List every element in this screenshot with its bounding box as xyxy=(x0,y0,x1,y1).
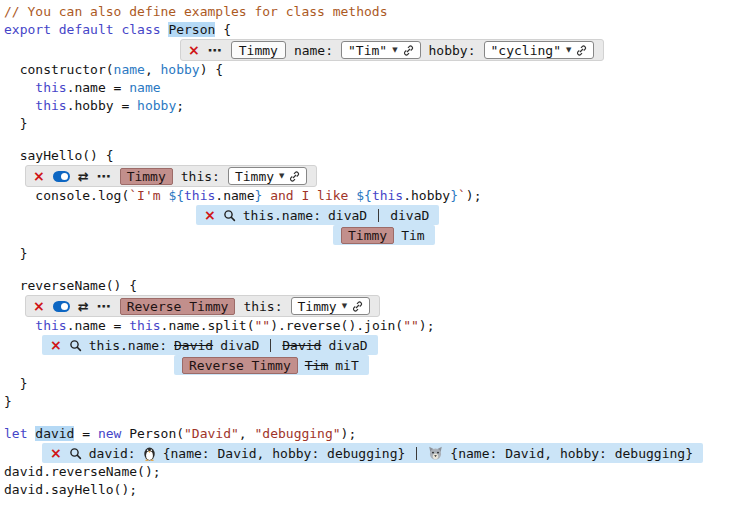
var-highlight: david xyxy=(35,426,74,441)
magnifier-icon[interactable] xyxy=(69,339,82,352)
text-token: console.log( xyxy=(4,188,129,203)
keyword-token: this xyxy=(35,318,66,333)
template-delim: ${ xyxy=(356,188,372,203)
code-line-assign-name: this.name = name xyxy=(4,79,749,97)
code-line-sayhello: sayHello() { xyxy=(4,147,749,165)
reversename-widget-row: × ⇄ ⋯ Reverse Timmy this: Timmy ▼ xyxy=(25,295,749,317)
wolf-icon xyxy=(428,446,443,460)
close-icon[interactable]: × xyxy=(50,446,62,460)
string-token: "" xyxy=(254,318,270,333)
keyword-token: let xyxy=(4,426,35,441)
probe-value: divaD xyxy=(390,208,429,223)
blank-line xyxy=(4,263,749,277)
chevron-down-icon: ▼ xyxy=(392,46,397,54)
value-separator xyxy=(270,339,271,352)
this-value-dropdown[interactable]: Timmy ▼ xyxy=(228,167,308,185)
code-line-call-reverse: david.reverseName(); xyxy=(4,463,749,481)
text-token: ); xyxy=(341,426,357,441)
toggle-on-icon[interactable] xyxy=(53,301,70,312)
this-value: Timmy xyxy=(298,299,337,314)
keyword-token: export default class xyxy=(4,22,168,37)
param-token: name xyxy=(129,80,160,95)
string-token: "debugging" xyxy=(255,426,341,441)
sayhello-probe-result-row: Timmy Tim xyxy=(333,225,749,245)
reversename-probe: × this.name: David divaD David divaD xyxy=(42,335,378,355)
string-token: ` xyxy=(458,188,466,203)
text-token: .name xyxy=(215,188,254,203)
text-token: } xyxy=(4,394,12,409)
more-icon[interactable]: ⋯ xyxy=(97,299,112,313)
this-label: this: xyxy=(243,299,282,314)
code-line-close: } xyxy=(4,375,749,393)
keyword-token: this xyxy=(35,98,66,113)
blank-line xyxy=(4,411,749,425)
text-token: .name = xyxy=(67,318,130,333)
toggle-knob xyxy=(61,173,68,180)
example-tag[interactable]: Reverse Timmy xyxy=(182,357,298,374)
code-line-class-decl: export default class Person { xyxy=(4,21,749,39)
more-icon[interactable]: ⋯ xyxy=(97,169,112,183)
code-line-console: console.log(`I'm ${this.name} and I like… xyxy=(4,187,749,205)
link-icon[interactable] xyxy=(576,45,587,56)
close-icon[interactable]: × xyxy=(50,338,62,352)
link-icon[interactable] xyxy=(403,45,414,56)
this-value-dropdown[interactable]: Timmy ▼ xyxy=(291,297,371,315)
david-probe-row: × david: {name: David, hobby: debugging}… xyxy=(42,443,749,463)
code-line-close: } xyxy=(4,115,749,133)
string-token: "David" xyxy=(184,426,239,441)
keyword-token: this xyxy=(372,188,403,203)
example-tag[interactable]: Timmy xyxy=(341,227,394,244)
swap-icon[interactable]: ⇄ xyxy=(78,170,89,183)
reversename-probe-row: × this.name: David divaD David divaD xyxy=(42,335,749,355)
close-icon[interactable]: × xyxy=(188,43,200,57)
example-tag[interactable]: Timmy xyxy=(120,168,173,185)
name-value-dropdown[interactable]: "Tim" ▼ xyxy=(341,41,421,59)
text-token: ; xyxy=(176,98,184,113)
code-line-call-sayhello: david.sayHello(); xyxy=(4,481,749,499)
comment-token: // You can also define examples for clas… xyxy=(4,4,388,19)
sayhello-widget-row: × ⇄ ⋯ Timmy this: Timmy ▼ xyxy=(25,165,749,187)
example-name-button[interactable]: Timmy xyxy=(231,41,286,59)
close-icon[interactable]: × xyxy=(33,169,45,183)
example-tag[interactable]: Reverse Timmy xyxy=(120,298,236,315)
name-value: "Tim" xyxy=(348,43,387,58)
swap-icon[interactable]: ⇄ xyxy=(78,300,89,313)
text-token: ) { xyxy=(200,62,223,77)
chevron-down-icon: ▼ xyxy=(342,302,347,310)
sayhello-probe-row: × this.name: divaD divaD xyxy=(196,205,749,225)
link-icon[interactable] xyxy=(289,171,300,182)
link-icon[interactable] xyxy=(352,301,363,312)
toggle-on-icon[interactable] xyxy=(53,171,70,182)
sayhello-widget: × ⇄ ⋯ Timmy this: Timmy ▼ xyxy=(25,165,317,187)
text-token: reverseName() { xyxy=(4,278,137,293)
text-token: , xyxy=(239,426,255,441)
text-token xyxy=(4,80,35,95)
david-probe: × david: {name: David, hobby: debugging}… xyxy=(42,443,703,463)
template-delim: } xyxy=(450,188,458,203)
code-line-close: } xyxy=(4,245,749,263)
probe-old-value: David xyxy=(282,338,321,353)
reversename-probe-result: Reverse Timmy Tim miT xyxy=(174,355,369,375)
magnifier-icon[interactable] xyxy=(69,447,82,460)
text-token: } xyxy=(4,116,27,131)
blank-line xyxy=(4,133,749,147)
param-token: name xyxy=(114,62,145,77)
probe-value: divaD xyxy=(220,338,259,353)
close-icon[interactable]: × xyxy=(204,208,216,222)
probe-label: this.name: xyxy=(89,338,167,353)
magnifier-icon[interactable] xyxy=(223,209,236,222)
probe-label: david: xyxy=(89,446,136,461)
param-token: hobby xyxy=(161,62,200,77)
sayhello-probe-result: Timmy Tim xyxy=(333,225,435,245)
code-line-let-david: let david = new Person("David", "debuggi… xyxy=(4,425,749,443)
probe-value: divaD xyxy=(328,338,367,353)
text-token xyxy=(4,318,35,333)
string-token: "" xyxy=(403,318,419,333)
text-token: { xyxy=(215,22,231,37)
text-token: david.reverseName(); xyxy=(4,464,161,479)
text-token: .hobby = xyxy=(67,98,137,113)
more-icon[interactable]: ⋯ xyxy=(208,43,223,57)
close-icon[interactable]: × xyxy=(33,299,45,313)
hobby-value-dropdown[interactable]: "cycling" ▼ xyxy=(484,41,595,59)
string-token: and I like xyxy=(262,188,356,203)
